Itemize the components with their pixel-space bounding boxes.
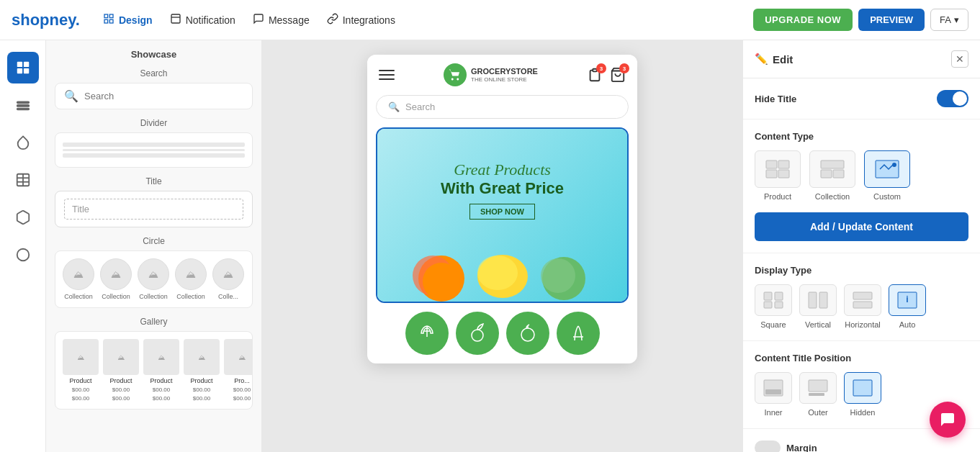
showcase-title: Showcase xyxy=(55,49,253,60)
sidebar-item-drop[interactable] xyxy=(7,127,39,158)
nav-integrations-label: Integrations xyxy=(343,14,395,26)
notification-icon xyxy=(170,13,181,27)
gallery-img-3: ⛰ xyxy=(143,339,179,375)
gallery-mountain-icon-2: ⛰ xyxy=(117,353,125,361)
outer-label: Outer xyxy=(808,408,828,417)
svg-rect-40 xyxy=(764,302,772,308)
gallery-price-2: $00.00 xyxy=(103,387,139,393)
gallery-item-2: ⛰ Product $00.00 $00.00 xyxy=(103,339,139,402)
search-input[interactable] xyxy=(84,91,243,101)
sidebar-item-layers[interactable] xyxy=(7,89,39,121)
hamburger-menu[interactable] xyxy=(379,70,395,80)
vertical-icon-svg xyxy=(807,291,829,309)
phone-search-bar[interactable]: 🔍 Search xyxy=(376,95,629,119)
divider-line-3 xyxy=(63,153,245,158)
gallery-section-label: Gallery xyxy=(55,317,253,327)
circle-component[interactable]: ⛰ Collection ⛰ Collection ⛰ Collection ⛰ xyxy=(55,250,253,308)
circle-img-2: ⛰ xyxy=(100,258,132,290)
custom-icon-box xyxy=(864,150,910,188)
svg-rect-29 xyxy=(766,161,777,168)
content-type-section: Content Type Product xyxy=(743,119,980,253)
chevron-down-icon: ▾ xyxy=(954,14,959,25)
nav-design[interactable]: Design xyxy=(103,10,153,30)
square-icon-svg xyxy=(763,291,784,309)
nav-integrations[interactable]: Integrations xyxy=(327,10,395,30)
phone-banner[interactable]: Great Products With Great Price SHOP NOW xyxy=(376,127,629,303)
phone-circles xyxy=(367,303,637,363)
display-type-horizontal[interactable]: Horizontal xyxy=(844,284,881,329)
right-panel: ✏️ Edit ✕ Hide Title Content Type xyxy=(742,40,980,452)
sidebar-item-box[interactable] xyxy=(7,202,39,233)
nav-message[interactable]: Message xyxy=(253,10,310,30)
phone-circle-2[interactable] xyxy=(456,312,499,355)
gallery-label-3: Product xyxy=(143,377,179,384)
phone-logo-text: GROCERYSTORE xyxy=(471,67,538,76)
divider-section-label: Divider xyxy=(55,118,253,128)
svg-rect-51 xyxy=(809,393,824,396)
sidebar-item-circle[interactable] xyxy=(7,239,39,271)
gallery-component[interactable]: ⛰ Product $00.00 $00.00 ⛰ Product $00.00… xyxy=(55,331,253,410)
svg-rect-34 xyxy=(821,170,832,178)
margin-label: Margin xyxy=(786,443,817,453)
circle-label-3: Collection xyxy=(139,293,168,300)
phone-circle-1[interactable] xyxy=(405,312,449,355)
phone-icon-wishlist[interactable]: 3 xyxy=(587,67,603,83)
svg-rect-38 xyxy=(764,292,772,300)
veg-icon-4 xyxy=(567,322,589,344)
banner-shop-btn[interactable]: SHOP NOW xyxy=(469,204,535,220)
phone-circle-4[interactable] xyxy=(557,312,600,355)
content-type-custom[interactable]: Custom xyxy=(864,150,910,201)
sidebar-item-grid[interactable] xyxy=(7,52,39,83)
vertical-icon-box xyxy=(799,284,837,316)
hide-title-section: Hide Title xyxy=(743,78,980,119)
auto-icon-box: i xyxy=(889,284,926,316)
content-type-grid: Product Collection xyxy=(755,150,968,201)
hide-title-label: Hide Title xyxy=(755,94,796,104)
language-label: FA xyxy=(940,14,951,25)
display-type-vertical[interactable]: Vertical xyxy=(799,284,837,329)
product-icon-svg xyxy=(765,159,791,179)
display-type-auto[interactable]: i Auto xyxy=(889,284,926,329)
upgrade-button[interactable]: UPGRADE NOW xyxy=(753,9,853,31)
horizontal-icon-svg xyxy=(852,291,873,309)
phone-search[interactable]: 🔍 Search xyxy=(376,95,629,119)
circle-img-3: ⛰ xyxy=(138,258,169,290)
svg-rect-11 xyxy=(17,105,29,107)
position-outer[interactable]: Outer xyxy=(799,372,837,417)
language-button[interactable]: FA ▾ xyxy=(930,9,968,31)
position-inner[interactable]: Inner xyxy=(755,372,792,417)
integrations-icon xyxy=(327,13,338,27)
hidden-icon-box xyxy=(844,372,881,404)
svg-rect-39 xyxy=(775,292,783,300)
mountain-icon-2: ⛰ xyxy=(111,268,121,280)
phone-header: GROCERYSTORE THE ONLINE STORE 3 3 xyxy=(367,55,637,95)
content-type-product[interactable]: Product xyxy=(755,150,801,201)
position-hidden[interactable]: Hidden xyxy=(844,372,881,417)
hide-title-toggle[interactable] xyxy=(937,90,968,107)
sidebar-item-table[interactable] xyxy=(7,164,39,196)
add-update-content-button[interactable]: Add / Update Content xyxy=(755,212,968,241)
svg-rect-8 xyxy=(17,68,22,73)
title-component[interactable]: Title xyxy=(55,191,253,227)
margin-toggle[interactable] xyxy=(755,440,781,452)
gallery-item-3: ⛰ Product $00.00 $00.00 xyxy=(143,339,179,402)
phone-icon-cart[interactable]: 3 xyxy=(610,67,626,83)
display-type-square[interactable]: Square xyxy=(755,284,792,329)
content-type-collection[interactable]: Collection xyxy=(809,150,855,201)
hidden-icon-svg xyxy=(852,379,873,397)
wishlist-badge: 3 xyxy=(596,63,606,73)
svg-text:i: i xyxy=(906,294,908,304)
search-component[interactable]: 🔍 xyxy=(55,83,253,109)
square-icon-box xyxy=(755,284,792,316)
panel-close-button[interactable]: ✕ xyxy=(951,50,968,68)
search-section-label: Search xyxy=(55,68,253,78)
gallery-price-5: $00.00 xyxy=(224,387,253,393)
content-type-label: Content Type xyxy=(755,131,968,142)
main-nav: Design Notification Message Integrations xyxy=(103,10,753,30)
phone-circle-3[interactable] xyxy=(506,312,549,355)
preview-button[interactable]: PREVIEW xyxy=(858,9,925,31)
nav-notification[interactable]: Notification xyxy=(170,10,235,30)
header-actions: UPGRADE NOW PREVIEW FA ▾ xyxy=(753,9,968,31)
svg-rect-12 xyxy=(17,109,29,110)
chat-button[interactable] xyxy=(930,402,966,438)
